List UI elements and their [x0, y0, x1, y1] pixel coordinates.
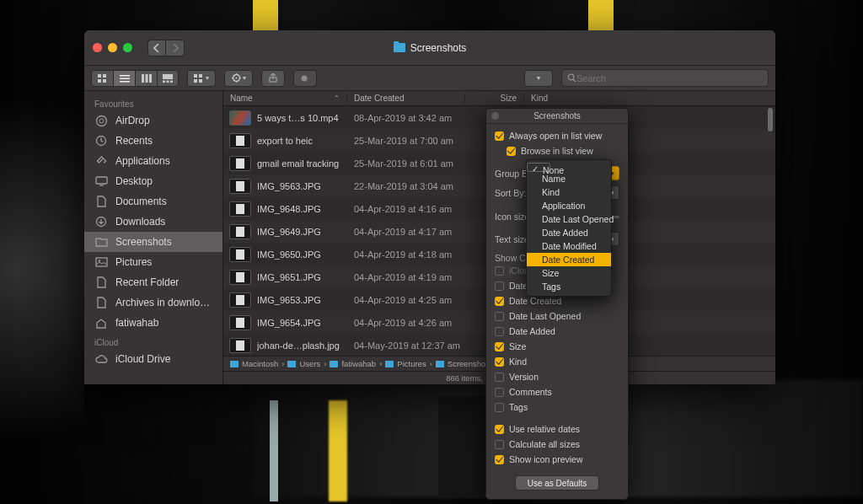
menu-item-kind[interactable]: Kind — [527, 185, 611, 199]
sidebar-item-icloud-drive[interactable]: iCloud Drive — [84, 349, 222, 369]
file-date: 22-Mar-2019 at 3:04 am — [347, 181, 465, 191]
list-view-button[interactable] — [113, 70, 135, 87]
path-segment[interactable]: fatiwahab — [341, 359, 376, 368]
folder-icon — [330, 361, 338, 367]
svg-rect-14 — [194, 74, 197, 78]
checkbox-icon — [495, 455, 504, 464]
svg-rect-7 — [142, 74, 144, 83]
chevron-right-icon: › — [281, 359, 284, 368]
svg-rect-26 — [96, 177, 107, 184]
browse-list-checkbox[interactable]: Browse in list view — [486, 143, 628, 158]
toolbar: ▾ ▾ ▾ — [84, 66, 775, 91]
svg-rect-4 — [120, 75, 130, 77]
action-button[interactable]: ▾ — [224, 70, 253, 87]
menu-item-date-created[interactable]: Date Created — [527, 253, 611, 266]
use-as-defaults-button[interactable]: Use as Defaults — [515, 475, 599, 491]
folder-icon — [436, 361, 444, 367]
sidebar-item-desktop[interactable]: Desktop — [84, 171, 222, 191]
sidebar: FavouritesAirDropRecentsApplicationsDesk… — [84, 91, 223, 384]
sidebar-item-downloads[interactable]: Downloads — [84, 212, 222, 232]
minimize-button[interactable] — [108, 43, 117, 52]
column-toggle-size[interactable]: Size — [486, 339, 628, 354]
menu-item-name[interactable]: Name — [527, 172, 611, 185]
sidebar-item-archives-in-downlo-[interactable]: Archives in downlo… — [84, 292, 222, 313]
svg-rect-15 — [199, 74, 202, 78]
column-toggle-date-added[interactable]: Date Added — [486, 324, 628, 339]
sidebar-item-label: Recents — [115, 135, 153, 147]
close-button[interactable] — [93, 43, 102, 52]
search-input[interactable] — [576, 73, 763, 83]
menu-item-none[interactable]: None — [527, 163, 550, 172]
sidebar-item-label: Downloads — [115, 216, 165, 228]
svg-rect-1 — [103, 74, 106, 78]
svg-rect-3 — [103, 79, 106, 83]
sidebar-item-fatiwahab[interactable]: fatiwahab — [84, 313, 222, 333]
share-button[interactable] — [261, 70, 285, 87]
menu-item-date-modified[interactable]: Date Modified — [527, 239, 611, 253]
option-show-icon-preview[interactable]: Show icon preview — [486, 452, 628, 467]
sidebar-item-pictures[interactable]: Pictures — [84, 252, 222, 272]
back-button[interactable] — [147, 40, 166, 56]
sidebar-item-airdrop[interactable]: AirDrop — [84, 110, 222, 131]
col-kind[interactable]: Kind — [524, 94, 775, 103]
always-list-checkbox[interactable]: Always open in list view — [486, 128, 628, 143]
chevron-right-icon: › — [430, 359, 432, 368]
svg-rect-5 — [120, 78, 130, 79]
menu-item-date-added[interactable]: Date Added — [527, 226, 611, 239]
path-segment[interactable]: Users — [299, 359, 320, 368]
menu-item-date-last-opened[interactable]: Date Last Opened — [527, 212, 611, 226]
sidebar-item-recents[interactable]: Recents — [84, 131, 222, 151]
svg-rect-10 — [163, 74, 173, 79]
svg-rect-12 — [167, 80, 169, 83]
column-toggle-tags[interactable]: Tags — [486, 399, 628, 415]
path-segment[interactable]: Pictures — [397, 359, 426, 368]
doc-icon — [94, 196, 108, 207]
file-thumbnail — [223, 110, 257, 126]
menu-item-size[interactable]: Size — [527, 266, 611, 280]
clock-icon — [94, 135, 108, 147]
path-segment[interactable]: Macintosh — [242, 359, 278, 368]
file-name: johan-de…plash.jpg — [257, 340, 347, 351]
dropdown-button[interactable]: ▾ — [524, 70, 553, 87]
option-use-relative-dates[interactable]: Use relative dates — [486, 421, 628, 437]
cloud-icon — [94, 353, 108, 365]
column-toggle-kind[interactable]: Kind — [486, 354, 628, 369]
column-toggle-date-last-opened[interactable]: Date Last Opened — [486, 308, 628, 324]
panel-titlebar[interactable]: Screenshots — [486, 109, 628, 124]
scrollbar-thumb[interactable] — [768, 108, 773, 131]
file-name: IMG_9650.JPG — [257, 249, 347, 260]
column-toggle-version[interactable]: Version — [486, 369, 628, 384]
arrange-button[interactable]: ▾ — [187, 70, 216, 87]
menu-item-tags[interactable]: Tags — [527, 280, 611, 293]
col-name[interactable]: Name⌃ — [223, 94, 347, 103]
col-date-created[interactable]: Date Created — [347, 94, 465, 103]
panel-close-button[interactable] — [491, 112, 499, 120]
sidebar-item-applications[interactable]: Applications — [84, 151, 222, 171]
file-name: IMG_9648.JPG — [257, 204, 347, 214]
column-toggle-comments[interactable]: Comments — [486, 384, 628, 399]
menu-item-application[interactable]: Application — [527, 199, 611, 212]
doc-icon — [94, 276, 108, 288]
col-size[interactable]: Size — [465, 94, 524, 103]
search-field[interactable] — [561, 69, 769, 87]
option-calculate-all-sizes[interactable]: Calculate all sizes — [486, 437, 628, 452]
column-view-button[interactable] — [135, 70, 157, 87]
down-icon — [94, 216, 108, 228]
sidebar-item-recent-folder[interactable]: Recent Folder — [84, 272, 222, 292]
group-by-menu[interactable]: NoneNameKindApplicationDate Last OpenedD… — [526, 159, 612, 297]
file-thumbnail — [223, 133, 257, 148]
sidebar-item-screenshots[interactable]: Screenshots — [84, 232, 222, 252]
titlebar[interactable]: Screenshots — [84, 30, 775, 66]
checkbox-icon — [495, 403, 504, 412]
forward-button[interactable] — [166, 40, 185, 56]
file-date: 04-Apr-2019 at 4:19 am — [347, 272, 465, 282]
tags-button[interactable] — [293, 70, 317, 87]
svg-rect-9 — [149, 74, 152, 83]
file-thumbnail — [223, 315, 257, 330]
desktop-icon — [94, 175, 108, 187]
gallery-view-button[interactable] — [157, 70, 179, 87]
sidebar-item-documents[interactable]: Documents — [84, 191, 222, 212]
svg-point-22 — [568, 74, 574, 80]
icon-view-button[interactable] — [91, 70, 113, 87]
zoom-button[interactable] — [123, 43, 132, 52]
